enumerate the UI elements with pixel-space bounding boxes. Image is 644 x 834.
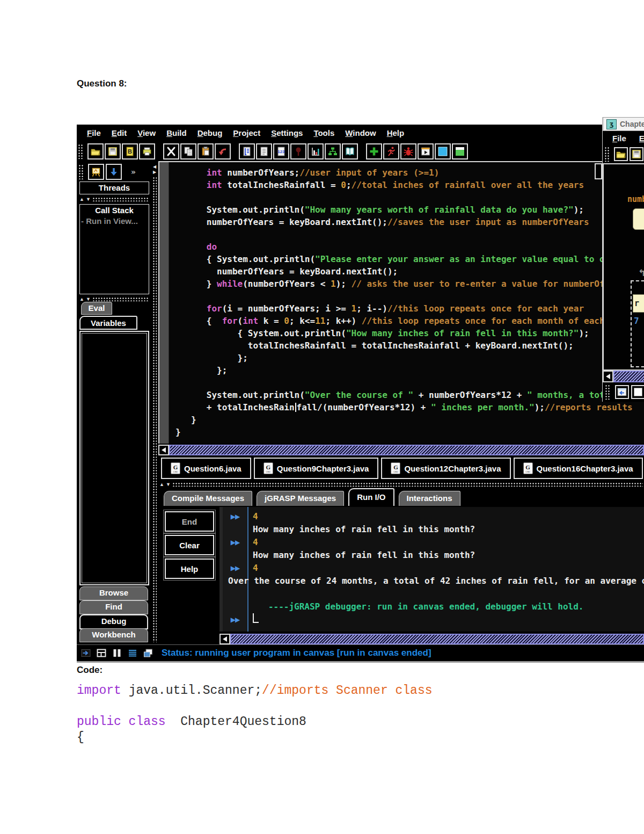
splitter-left-icon[interactable]: ◀: [153, 164, 156, 170]
menu-window[interactable]: Window: [340, 128, 381, 137]
splitter-down-icon[interactable]: ▼: [86, 297, 91, 302]
menu-settings[interactable]: Settings: [266, 128, 308, 137]
documentation-button[interactable]: [342, 143, 358, 159]
canvas-menu-edit[interactable]: Edit: [634, 134, 644, 143]
code-line[interactable]: { for(int k = 0; k<=11; k++) //this loop…: [175, 315, 644, 327]
view-cyan-button[interactable]: [435, 143, 451, 159]
editor-vertical-scrollbar[interactable]: [595, 163, 602, 179]
view-green-button[interactable]: [452, 143, 468, 159]
menu-project[interactable]: Project: [228, 128, 266, 137]
splitter-dots[interactable]: [152, 177, 157, 642]
splitter-dots[interactable]: [92, 197, 149, 201]
file-tab-Question9Chapter3.java[interactable]: GCSDQuestion9Chapter3.java: [254, 458, 379, 479]
code-line[interactable]: [175, 290, 644, 302]
scroll-left-button[interactable]: [603, 371, 613, 382]
menu-view[interactable]: View: [132, 128, 161, 137]
message-tab-compile-messages[interactable]: Compile Messages: [164, 491, 252, 506]
pin-button[interactable]: [290, 143, 306, 159]
generate-csd-button[interactable]: [239, 143, 255, 159]
splitter-dots[interactable]: [172, 482, 643, 487]
help-button[interactable]: Help: [165, 559, 214, 579]
panel-tab-find[interactable]: Find: [79, 600, 148, 614]
toolbar-drag-handle[interactable]: [604, 147, 610, 162]
chevron-more-icon[interactable]: »: [131, 168, 136, 176]
save-file-button[interactable]: [105, 143, 121, 159]
splitter-up-icon[interactable]: ▲: [79, 297, 84, 302]
code-line[interactable]: };: [175, 352, 644, 364]
panel-tab-debug[interactable]: Debug: [79, 614, 148, 629]
panel-editor-splitter[interactable]: ◀ ▶: [151, 163, 158, 642]
editor-message-splitter[interactable]: ▲ ▼: [158, 481, 644, 488]
blank-window-button[interactable]: [631, 385, 644, 399]
uml-diagram-button[interactable]: [325, 143, 341, 159]
clear-button[interactable]: Clear: [165, 535, 214, 555]
vertical-split-icon[interactable]: [111, 647, 123, 659]
code-line[interactable]: [175, 376, 644, 389]
code-line[interactable]: System.out.println("Over the course of "…: [175, 389, 644, 401]
editor-horizontal-scrollbar[interactable]: [158, 445, 644, 455]
canvas-viewer[interactable]: numberOfYears ↰ r 7: [603, 163, 644, 371]
splitter-down-icon[interactable]: ▼: [86, 197, 91, 202]
copy-button[interactable]: [180, 143, 196, 159]
paste-button[interactable]: [197, 143, 214, 159]
code-line[interactable]: + totalInchesRainfall/(numberOfYears*12)…: [175, 401, 644, 414]
scroll-left-button[interactable]: [158, 445, 169, 455]
code-line[interactable]: { System.out.println("Please enter your …: [175, 253, 644, 265]
code-line[interactable]: System.out.println("How many years worth…: [175, 204, 644, 216]
end-button[interactable]: End: [165, 511, 214, 532]
message-tab-interactions[interactable]: Interactions: [399, 491, 460, 506]
menu-file[interactable]: File: [82, 128, 106, 137]
dock-icon[interactable]: [79, 647, 92, 659]
open-folder-button[interactable]: [87, 143, 104, 159]
message-tab-jgrasp-messages[interactable]: jGRASP Messages: [257, 491, 344, 506]
toolbar-drag-handle[interactable]: [605, 385, 611, 400]
run-io-horizontal-scrollbar[interactable]: [219, 634, 644, 644]
splitter-up-icon[interactable]: ▲: [79, 197, 84, 202]
window-arrow-left-button[interactable]: [615, 385, 629, 399]
splitter-right-icon[interactable]: ▶: [153, 170, 156, 175]
code-line[interactable]: totalInchesRainfall = totalInchesRainfal…: [175, 339, 644, 352]
file-tab-Question12Chapter3.java[interactable]: GCSDQuestion12Chapter3.java: [381, 458, 510, 479]
message-tab-run-i-o[interactable]: Run I/O: [348, 488, 394, 506]
scrollbar-track[interactable]: [613, 371, 644, 382]
panel-tab-workbench[interactable]: Workbench: [79, 628, 148, 642]
code-line[interactable]: { System.out.println("How many inches of…: [175, 327, 644, 339]
code-editor[interactable]: int numberOfYears;//user input of years …: [158, 161, 644, 444]
toolbar-drag-handle[interactable]: [78, 144, 84, 159]
panel-splitter[interactable]: ▲ ▼: [78, 197, 150, 202]
code-line[interactable]: int totalInchesRainfall = 0;//total inch…: [175, 179, 644, 191]
open-folder-button[interactable]: [614, 147, 628, 161]
panel-splitter[interactable]: ▲ ▼: [78, 296, 150, 302]
canvas-selection-box[interactable]: r 7: [631, 280, 644, 367]
splitter-up-icon[interactable]: ▲: [159, 482, 164, 487]
code-line[interactable]: do: [175, 241, 644, 253]
file-tab-Question6.java[interactable]: GCSDQuestion6.java: [161, 458, 251, 479]
code-line[interactable]: }: [175, 414, 644, 426]
run-in-canvas-button[interactable]: [418, 143, 434, 159]
scroll-left-button[interactable]: [219, 634, 230, 644]
list-lines-icon[interactable]: [126, 647, 139, 659]
code-line[interactable]: for(i = numberOfYears; i >= 1; i--)//thi…: [175, 302, 644, 315]
debug-bug-button[interactable]: [400, 143, 416, 159]
splitter-dots[interactable]: [92, 297, 149, 301]
canvas-cell[interactable]: r: [633, 294, 644, 313]
cascade-icon[interactable]: [142, 647, 155, 659]
code-line[interactable]: numberOfYears = keyBoard.nextInt();: [175, 265, 644, 278]
call-stack-entry[interactable]: - Run in View...: [80, 215, 149, 226]
code-line[interactable]: };: [175, 364, 644, 376]
code-line[interactable]: [175, 228, 644, 241]
code-line[interactable]: } while(numberOfYears < 1); // asks the …: [175, 278, 644, 290]
code-line[interactable]: int numberOfYears;//user input of years …: [175, 166, 644, 179]
code-line[interactable]: [175, 191, 644, 204]
canvas-menu-file[interactable]: File: [607, 134, 632, 143]
step-down-arrow-button[interactable]: [106, 164, 122, 180]
browse-files-button[interactable]: B: [122, 143, 138, 159]
cut-button[interactable]: [163, 143, 179, 159]
code-line[interactable]: numberOfYears = keyBoard.nextInt();//sav…: [175, 216, 644, 228]
variables-list[interactable]: [79, 331, 149, 585]
canvas-window-titlebar[interactable]: ʒ Chapter4Question8: [603, 117, 644, 131]
menu-tools[interactable]: Tools: [308, 128, 340, 137]
canvas-easel-button[interactable]: [88, 164, 104, 180]
toolbar-drag-handle[interactable]: [78, 164, 84, 179]
editor-gutter[interactable]: [159, 162, 169, 444]
